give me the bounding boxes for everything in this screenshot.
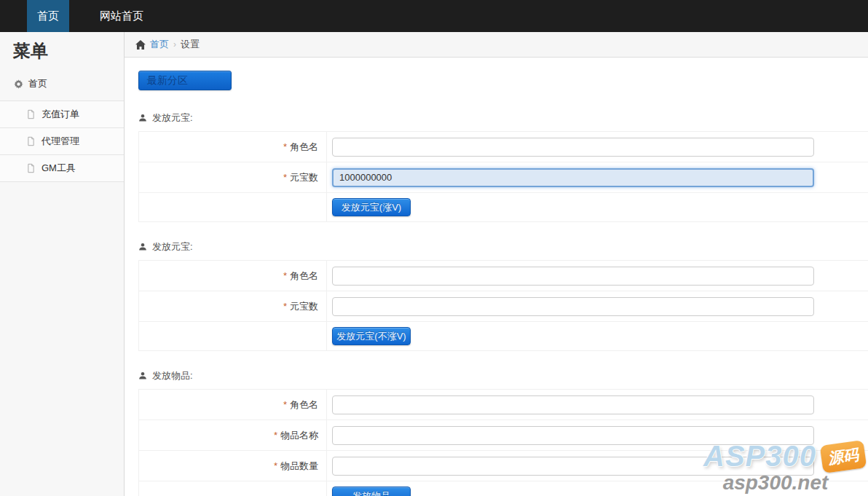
- zone-button[interactable]: 最新分区: [138, 71, 232, 90]
- section-title: 发放元宝:: [152, 111, 193, 125]
- required-marker: *: [274, 460, 277, 471]
- form-row: *物品名称: [139, 420, 868, 451]
- field-input[interactable]: [332, 168, 814, 187]
- field-label: 元宝数: [290, 300, 318, 313]
- field-label: 物品名称: [280, 429, 318, 442]
- field-input[interactable]: [332, 297, 814, 316]
- file-icon: [26, 109, 36, 119]
- form-row: *角色名: [139, 390, 868, 420]
- tab-home[interactable]: 首页: [27, 0, 69, 32]
- required-marker: *: [274, 430, 277, 441]
- field-label: 角色名: [290, 398, 318, 412]
- form-row: *角色名: [139, 132, 868, 162]
- sidebar-nav: 充值订单代理管理GM工具: [0, 101, 124, 182]
- breadcrumb-home-link[interactable]: 首页: [150, 38, 169, 51]
- breadcrumb: 首页 › 设置: [125, 32, 868, 58]
- sidebar-item-label: GM工具: [42, 162, 76, 175]
- file-icon: [26, 136, 36, 146]
- person-icon: [138, 371, 147, 380]
- form-row: *元宝数: [139, 162, 868, 193]
- person-icon: [138, 114, 147, 122]
- content-area: 最新分区 发放元宝:*角色名*元宝数发放元宝(涨V)发放元宝:*角色名*元宝数发…: [125, 58, 868, 496]
- field-input[interactable]: [332, 267, 814, 286]
- topbar: 首页 网站首页: [0, 0, 868, 32]
- form-row-submit: 发放元宝(不涨V): [139, 322, 868, 350]
- field-input[interactable]: [332, 395, 814, 414]
- required-marker: *: [283, 141, 287, 152]
- required-marker: *: [283, 270, 287, 281]
- form-row: *元宝数: [139, 291, 868, 322]
- field-label: 角色名: [290, 269, 318, 283]
- sidebar-item[interactable]: 充值订单: [0, 101, 124, 127]
- person-icon: [138, 243, 147, 251]
- form-row: *角色名: [139, 261, 868, 291]
- file-icon: [26, 163, 36, 173]
- breadcrumb-separator: ›: [173, 39, 176, 50]
- form-section: 发放元宝:*角色名*元宝数发放元宝(不涨V): [138, 241, 868, 351]
- required-marker: *: [283, 172, 287, 183]
- tab-site-home[interactable]: 网站首页: [82, 0, 161, 32]
- breadcrumb-current: 设置: [181, 38, 200, 51]
- sidebar-item[interactable]: GM工具: [0, 154, 124, 182]
- field-label: 角色名: [290, 141, 318, 154]
- field-input[interactable]: [332, 457, 814, 476]
- required-marker: *: [283, 301, 287, 312]
- section-title: 发放元宝:: [152, 240, 193, 253]
- form-row-submit: 发放物品: [139, 481, 868, 496]
- main-area: 首页 › 设置 最新分区 发放元宝:*角色名*元宝数发放元宝(涨V)发放元宝:*…: [125, 32, 868, 496]
- form-section: 发放元宝:*角色名*元宝数发放元宝(涨V): [138, 112, 868, 222]
- submit-button[interactable]: 发放物品: [332, 487, 411, 496]
- sidebar-title: 菜单: [0, 32, 124, 74]
- submit-button[interactable]: 发放元宝(涨V): [332, 198, 411, 216]
- field-input[interactable]: [332, 138, 814, 157]
- form-row: *物品数量: [139, 451, 868, 481]
- home-icon: [135, 40, 146, 50]
- field-label: 物品数量: [280, 460, 318, 473]
- sidebar: 菜单 首页 充值订单代理管理GM工具: [0, 32, 125, 496]
- form-sections: 发放元宝:*角色名*元宝数发放元宝(涨V)发放元宝:*角色名*元宝数发放元宝(不…: [138, 112, 868, 496]
- form-row-submit: 发放元宝(涨V): [139, 193, 868, 221]
- sidebar-item[interactable]: 代理管理: [0, 127, 124, 154]
- field-input[interactable]: [332, 426, 814, 445]
- required-marker: *: [283, 399, 287, 410]
- section-title: 发放物品:: [152, 369, 193, 382]
- sidebar-item-home[interactable]: 首页: [0, 74, 124, 101]
- form-section: 发放物品:*角色名*物品名称*物品数量发放物品: [138, 370, 868, 496]
- sidebar-item-label: 充值订单: [42, 108, 79, 121]
- sidebar-home-label: 首页: [28, 77, 47, 90]
- sidebar-item-label: 代理管理: [42, 135, 79, 148]
- field-label: 元宝数: [290, 171, 318, 184]
- submit-button[interactable]: 发放元宝(不涨V): [332, 327, 411, 345]
- gear-icon: [14, 79, 23, 89]
